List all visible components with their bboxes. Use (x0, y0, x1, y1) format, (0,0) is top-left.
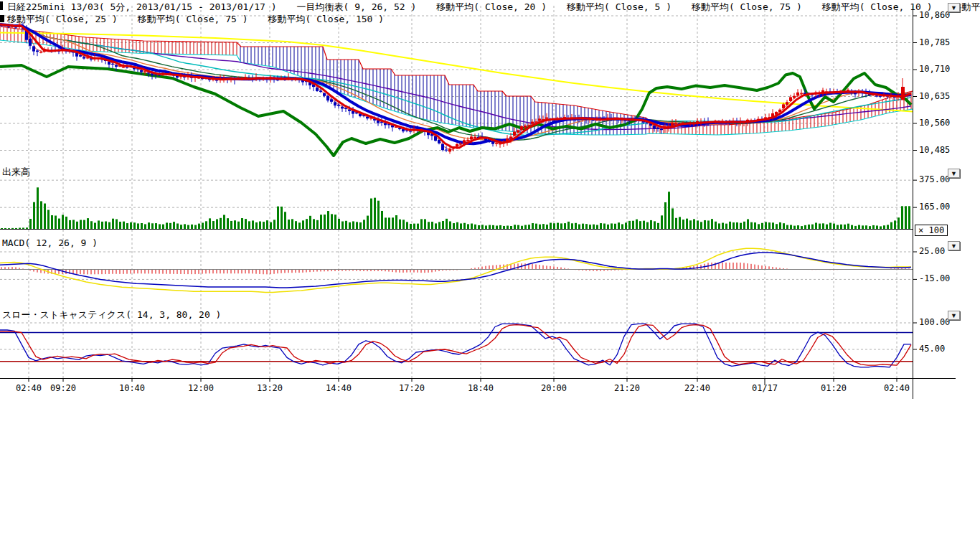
legend-item: 移動平均( Close, 75 ) (138, 14, 248, 24)
left-edge-marker (0, 1, 3, 10)
time-axis-label: 12:00 (184, 383, 218, 393)
time-axis-label: 21:20 (610, 383, 644, 393)
pane-dropdown-button-macd[interactable]: ▼ (948, 241, 960, 250)
time-axis-label: 01/17 (748, 383, 782, 393)
time-axis-label: 17:20 (395, 383, 429, 393)
time-axis-label: 10:40 (115, 383, 149, 393)
stochastics-pane-label: スロー・ストキャスティクス( 14, 3, 80, 20 ) (2, 309, 221, 321)
price-axis-label: 10,785 (919, 37, 950, 47)
time-axis-label: 02:40 (11, 383, 46, 393)
legend-item: 移動平均( Close, 20 ) (436, 1, 547, 12)
pane-dropdown-button-stochastics[interactable]: ▼ (948, 311, 960, 320)
legend-item: 移動平均( Close, 5 ) (567, 1, 672, 12)
chart-canvas (0, 0, 961, 405)
price-axis-label: 10,485 (919, 145, 950, 155)
volume-multiplier-badge: × 100 (915, 225, 948, 236)
macd-pane-label: MACD( 12, 26, 9 ) (2, 237, 98, 248)
pane-dropdown-button-price[interactable]: ▼ (948, 3, 960, 12)
legend-item: 一目均衡表( 9, 26, 52 ) (297, 1, 417, 12)
price-axis-label: 10,710 (919, 64, 950, 74)
stochastics-axis-label: 45.00 (919, 344, 945, 354)
overlay-legend-row: 移動平均( Close, 25 )移動平均( Close, 75 )移動平均( … (7, 13, 404, 26)
pane-dropdown-button-volume[interactable]: ▼ (948, 169, 960, 178)
time-axis-label: 13:20 (253, 383, 287, 393)
time-axis-label: 14:40 (321, 383, 356, 393)
macd-axis-label: -15.00 (919, 273, 950, 283)
volume-pane-label: 出来高 (2, 166, 30, 179)
time-axis-label: 20:00 (537, 383, 571, 393)
chart-title-row: 日経225mini 13/03( 5分, 2013/01/15 - 2013/0… (7, 1, 980, 14)
time-axis-label: 22:40 (680, 383, 715, 393)
legend-item: 日経225mini 13/03( 5分, 2013/01/15 - 2013/0… (7, 1, 277, 12)
time-axis-label: 09:20 (46, 383, 80, 393)
stochastics-axis-label: 100.00 (919, 317, 950, 327)
chart-application-window: 日経225mini 13/03( 5分, 2013/01/15 - 2013/0… (0, 0, 980, 551)
legend-item: 移動平均( Close, 10 ) (822, 1, 933, 12)
legend-item: 移動平均( Close, 150 ) (268, 14, 385, 24)
time-axis-label: 02:40 (880, 383, 914, 393)
price-axis-label: 10,860 (919, 10, 950, 20)
macd-axis-label: 25.00 (919, 246, 945, 256)
legend-item: 移動平均( Close, 75 ) (692, 1, 802, 12)
volume-axis-label: 165.00 (919, 202, 950, 212)
price-axis-label: 10,560 (919, 118, 950, 128)
legend-item: 移動平均( Close, 25 ) (7, 14, 118, 24)
legend-row2-clipped-glyph (0, 15, 4, 22)
volume-axis-label: 375.00 (919, 174, 950, 184)
time-axis-label: 01:20 (816, 383, 851, 393)
time-axis-label: 18:40 (463, 383, 498, 393)
price-axis-label: 10,635 (919, 91, 950, 101)
